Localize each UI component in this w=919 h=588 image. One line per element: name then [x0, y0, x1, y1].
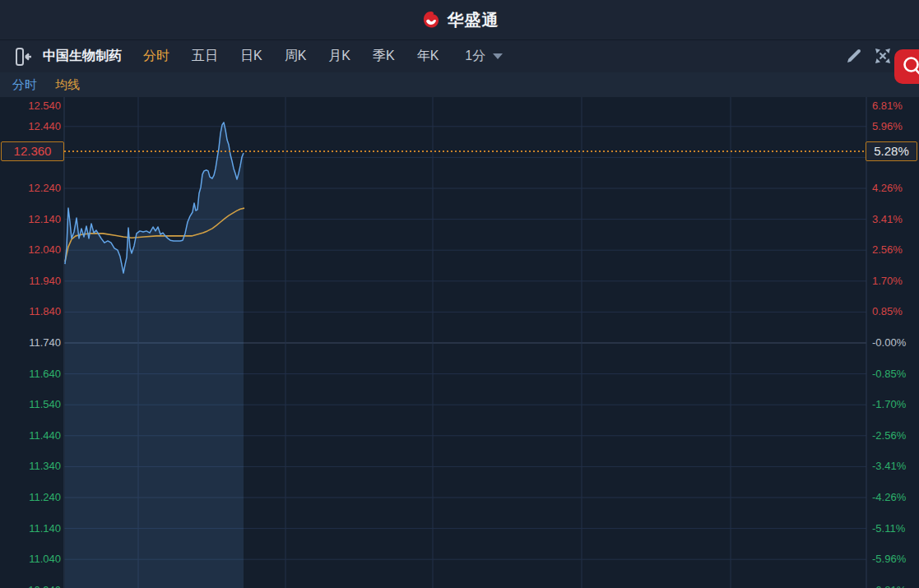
huasheng-flame-logo-icon — [420, 9, 442, 30]
interval-dropdown[interactable]: 1分 — [465, 48, 503, 65]
app-title: 华盛通 — [448, 9, 499, 31]
tab-quarter-k[interactable]: 季K — [373, 48, 395, 65]
legend-average-line[interactable]: 均线 — [55, 77, 80, 93]
chevron-down-icon — [493, 53, 503, 59]
search-button[interactable] — [894, 49, 919, 84]
expand-icon[interactable] — [872, 45, 893, 70]
stock-name: 中国生物制药 — [43, 48, 122, 65]
legend-minute-line[interactable]: 分时 — [12, 77, 37, 93]
chart-period-tabs: 分时五日日K周K月K季K年K — [143, 48, 439, 65]
tab-minute[interactable]: 分时 — [143, 48, 169, 65]
tab-five-day[interactable]: 五日 — [192, 48, 218, 65]
tab-year-k[interactable]: 年K — [417, 48, 439, 65]
tab-month-k[interactable]: 月K — [328, 48, 350, 65]
app-header: 华盛通 — [0, 0, 919, 39]
current-price-badge: 12.360 — [1, 141, 64, 161]
chart-legend: 分时 均线 — [0, 72, 919, 97]
chart-toolbar: 中国生物制药 分时五日日K周K月K季K年K 1分 — [0, 39, 919, 72]
search-icon — [900, 54, 919, 79]
tab-week-k[interactable]: 周K — [285, 48, 307, 65]
collapse-panel-icon[interactable] — [13, 46, 35, 67]
brand: 华盛通 — [420, 9, 499, 31]
tab-day-k[interactable]: 日K — [240, 48, 262, 65]
pencil-icon[interactable] — [844, 46, 864, 69]
current-percent-badge: 5.28% — [866, 141, 917, 161]
interval-label: 1分 — [465, 48, 485, 65]
